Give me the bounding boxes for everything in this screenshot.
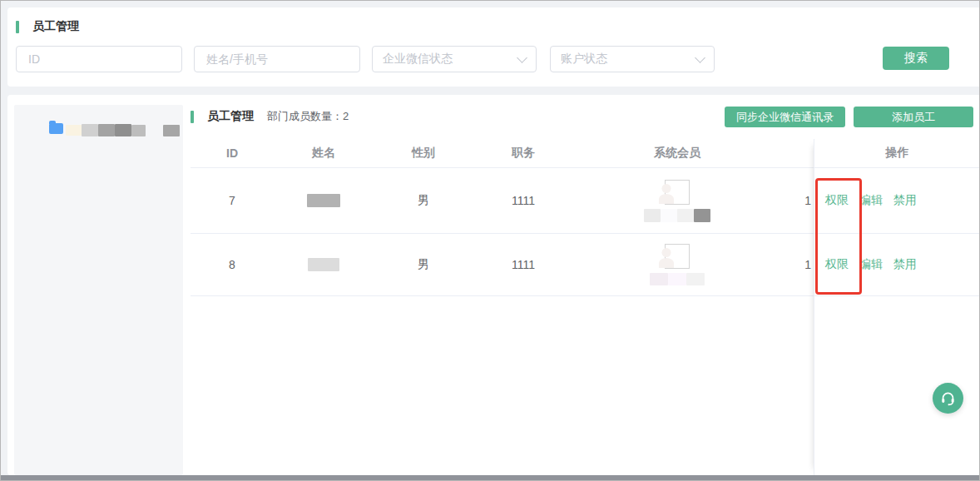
col-header-id: ID: [191, 146, 274, 160]
permission-link[interactable]: 权限: [825, 193, 849, 208]
cell-position: 1111: [473, 194, 573, 207]
chevron-down-icon: [517, 52, 527, 63]
cell-clipped-value: 1: [781, 194, 814, 207]
title-accent-bar: [16, 21, 19, 33]
wechat-status-placeholder: 企业微信状态: [383, 52, 453, 67]
cell-operations: 权限 编辑 禁用: [814, 193, 980, 208]
account-status-placeholder: 账户状态: [561, 52, 607, 67]
sync-wechat-contacts-button[interactable]: 同步企业微信通讯录: [725, 107, 845, 127]
cell-clipped-value: 1: [781, 258, 814, 271]
list-title: 员工管理: [207, 109, 254, 124]
employee-list-panel: 员工管理 部门成员数量：2 同步企业微信通讯录 添加员工 ID 姓名 性别 职务…: [7, 95, 980, 475]
chevron-down-icon: [695, 52, 705, 63]
col-header-operations: 操作: [814, 146, 980, 161]
employee-table: ID 姓名 性别 职务 系统会员 操作 7 男 1111: [191, 139, 980, 296]
cell-name-redacted: [274, 194, 374, 207]
col-header-gender: 性别: [374, 146, 473, 161]
disable-link[interactable]: 禁用: [893, 257, 917, 272]
wechat-status-select[interactable]: 企业微信状态: [372, 46, 537, 72]
edit-link[interactable]: 编辑: [859, 257, 883, 272]
edit-link[interactable]: 编辑: [859, 193, 883, 208]
redacted-member-name: [644, 209, 710, 222]
redacted-text: [66, 125, 82, 136]
permission-link[interactable]: 权限: [825, 257, 849, 272]
page-title: 员工管理: [32, 19, 79, 34]
col-header-position: 职务: [473, 146, 573, 161]
id-field-wrap: [16, 46, 182, 72]
col-header-member: 系统会员: [573, 146, 781, 161]
add-employee-button[interactable]: 添加员工: [854, 107, 973, 127]
cell-name-redacted: [274, 258, 374, 271]
search-button[interactable]: 搜索: [883, 47, 949, 70]
employee-management-page: 员工管理 企业微信状态 账户状态 搜索: [0, 0, 980, 481]
list-section-header: 员工管理 部门成员数量：2: [191, 109, 349, 124]
cell-operations: 权限 编辑 禁用: [814, 257, 980, 272]
table-row: 8 男 1111 1 权限 编辑 禁: [191, 234, 980, 296]
cell-system-member: [573, 180, 781, 222]
redacted-text: [163, 125, 180, 136]
disable-link[interactable]: 禁用: [893, 193, 917, 208]
table-header-row: ID 姓名 性别 职务 系统会员 操作: [191, 139, 980, 168]
table-row: 7 男 1111 1 权限 编: [191, 168, 980, 234]
cell-id: 7: [191, 194, 274, 207]
col-header-name: 姓名: [274, 146, 374, 161]
account-status-select[interactable]: 账户状态: [550, 46, 715, 72]
member-count-label: 部门成员数量：2: [267, 109, 349, 124]
member-avatar[interactable]: [665, 244, 690, 269]
title-accent-bar: [191, 111, 194, 123]
folder-icon: [49, 123, 63, 134]
member-avatar[interactable]: [665, 180, 690, 205]
redacted-text: [115, 124, 131, 136]
redacted-text: [308, 258, 339, 271]
cell-position: 1111: [473, 258, 573, 271]
name-field-wrap: [194, 46, 360, 72]
redacted-text: [131, 125, 146, 136]
department-tree-sidebar[interactable]: [14, 105, 183, 475]
redacted-text: [307, 194, 340, 207]
cell-gender: 男: [374, 193, 473, 208]
filter-panel: 员工管理 企业微信状态 账户状态 搜索: [7, 7, 980, 87]
name-phone-input[interactable]: [205, 52, 349, 67]
redacted-text: [98, 124, 115, 136]
horizontal-scrollbar[interactable]: [1, 475, 979, 480]
filter-panel-title: 员工管理: [16, 19, 79, 34]
cell-id: 8: [191, 258, 274, 271]
cell-system-member: [573, 244, 781, 285]
headset-icon: [939, 389, 957, 407]
id-input[interactable]: [27, 52, 171, 67]
redacted-text: [82, 124, 98, 136]
redacted-member-name: [650, 273, 705, 285]
cell-gender: 男: [374, 257, 473, 272]
customer-service-button[interactable]: [933, 383, 963, 414]
